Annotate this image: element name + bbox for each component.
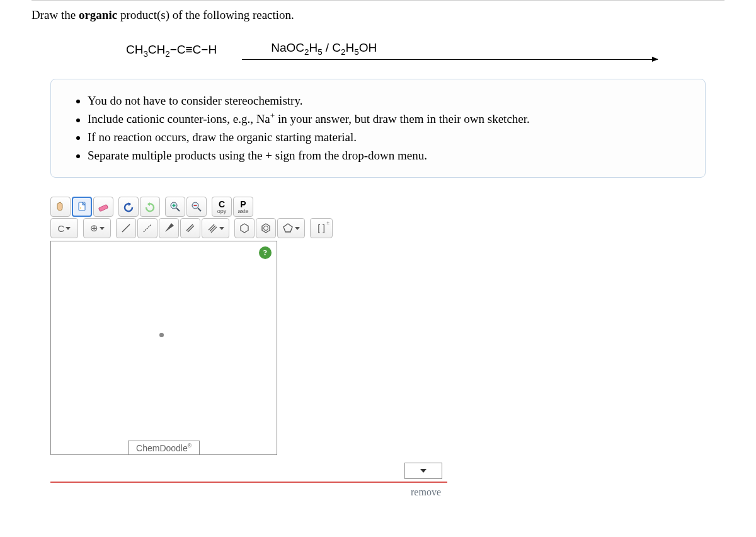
reaction-arrow [242, 59, 658, 60]
zoom-in-button[interactable] [165, 197, 185, 217]
instruction-item: Separate multiple products using the + s… [88, 147, 686, 165]
svg-line-4 [176, 208, 180, 211]
svg-point-1 [80, 207, 81, 209]
svg-line-10 [122, 224, 130, 232]
instruction-item: If no reaction occurs, draw the organic … [88, 129, 686, 147]
pentagon-icon [282, 222, 294, 234]
copy-label-top: C [219, 200, 225, 209]
drawing-canvas[interactable]: ? ChemDoodle® [50, 241, 277, 455]
redo-icon [144, 201, 156, 212]
move-tool[interactable] [50, 197, 71, 217]
cyclohexane-tool[interactable] [234, 218, 255, 238]
remove-link[interactable]: remove [50, 483, 447, 498]
instruction-item: You do not have to consider stereochemis… [88, 92, 686, 110]
instruction-item: Include cationic counter-ions, e.g., Na+… [88, 110, 686, 129]
zoom-in-icon [169, 201, 181, 212]
svg-marker-18 [262, 224, 270, 233]
redo-button[interactable] [140, 197, 160, 217]
recessed-bond-tool[interactable] [137, 218, 158, 238]
benzene-icon [260, 222, 272, 234]
instructions-panel: You do not have to consider stereochemis… [50, 79, 706, 178]
hand-icon [55, 201, 66, 212]
ring-picker[interactable] [277, 218, 305, 238]
single-bond-icon [120, 222, 132, 234]
bond-picker[interactable] [202, 218, 229, 238]
copy-button[interactable]: C opy [212, 197, 232, 217]
svg-point-19 [264, 226, 268, 231]
svg-marker-17 [241, 224, 248, 233]
product-join-dropdown[interactable] [404, 463, 442, 479]
triple-bond-icon [207, 222, 218, 234]
chevron-down-icon [66, 227, 71, 230]
chemdoodle-sketcher: C opy P aste C ⊕ [50, 197, 447, 498]
copy-label-bottom: opy [217, 209, 227, 214]
chevron-down-icon [219, 227, 224, 230]
wedge-bond-icon [163, 222, 175, 234]
chevron-down-icon [100, 227, 105, 230]
element-picker[interactable]: C [50, 218, 78, 238]
eraser-icon [98, 201, 109, 212]
help-icon-label: ? [263, 248, 268, 258]
paste-label-bottom: aste [238, 209, 248, 214]
svg-line-11 [144, 224, 151, 232]
charge-picker[interactable]: ⊕ [83, 218, 111, 238]
bracket-tool[interactable]: [ ]± [310, 218, 333, 238]
zoom-out-button[interactable] [186, 197, 207, 217]
benzene-tool[interactable] [256, 218, 276, 238]
canvas-center-dot [159, 333, 164, 337]
select-tool[interactable] [72, 197, 92, 217]
double-bond-tool[interactable] [180, 218, 200, 238]
undo-icon [123, 201, 134, 212]
document-icon [76, 201, 88, 212]
toolbar-row-2: C ⊕ [50, 218, 447, 240]
single-bond-tool[interactable] [116, 218, 136, 238]
hexagon-icon [239, 222, 250, 234]
svg-rect-2 [98, 204, 108, 211]
chevron-down-icon [295, 227, 300, 230]
svg-line-8 [198, 208, 201, 211]
dashed-bond-icon [142, 222, 153, 234]
erase-tool[interactable] [93, 197, 113, 217]
help-button[interactable]: ? [259, 246, 272, 259]
wedge-bond-tool[interactable] [159, 218, 179, 238]
chemdoodle-badge: ChemDoodle® [128, 441, 200, 455]
zoom-out-icon [191, 201, 202, 212]
paste-label-top: P [240, 200, 246, 209]
element-c-label: C [58, 223, 65, 234]
svg-marker-20 [284, 224, 292, 232]
reaction-scheme: CH3CH2−C≡C−H NaOC2H5 / C2H5OH [126, 41, 724, 60]
question-prompt: Draw the organic product(s) of the follo… [32, 0, 724, 35]
undo-button[interactable] [118, 197, 139, 217]
paste-button[interactable]: P aste [233, 197, 253, 217]
toolbar-row-1: C opy P aste [50, 197, 447, 218]
double-bond-icon [185, 222, 196, 234]
reagent-formula: NaOC2H5 / C2H5OH [0, 41, 658, 59]
